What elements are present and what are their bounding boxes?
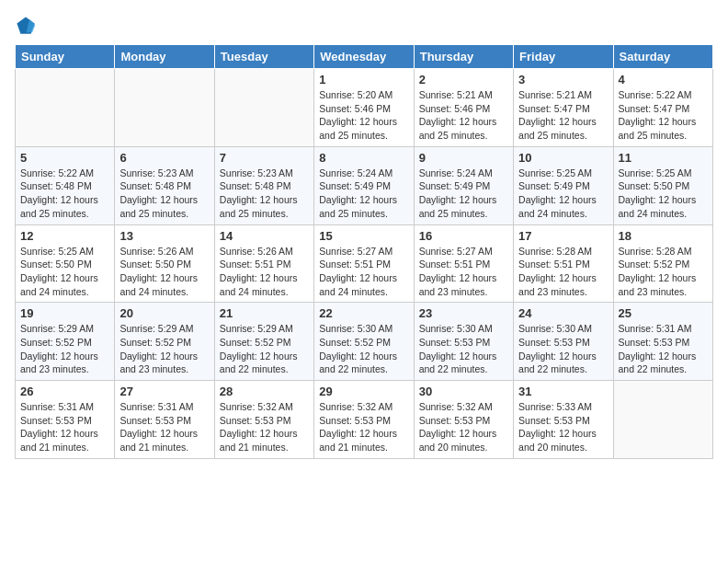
column-header-wednesday: Wednesday (314, 45, 414, 69)
calendar-cell: 17Sunrise: 5:28 AMSunset: 5:51 PMDayligh… (514, 224, 613, 303)
calendar-cell: 13Sunrise: 5:26 AMSunset: 5:50 PMDayligh… (115, 224, 214, 303)
calendar-cell: 23Sunrise: 5:30 AMSunset: 5:53 PMDayligh… (414, 303, 513, 381)
day-number: 24 (518, 306, 608, 320)
calendar-cell (16, 69, 115, 147)
day-info: Sunrise: 5:29 AMSunset: 5:52 PMDaylight:… (119, 322, 209, 376)
calendar-cell: 7Sunrise: 5:23 AMSunset: 5:48 PMDaylight… (214, 146, 313, 224)
calendar-cell: 3Sunrise: 5:21 AMSunset: 5:47 PMDaylight… (514, 69, 613, 147)
calendar-cell: 27Sunrise: 5:31 AMSunset: 5:53 PMDayligh… (115, 381, 214, 459)
day-info: Sunrise: 5:30 AMSunset: 5:53 PMDaylight:… (419, 322, 508, 376)
calendar-week-row: 19Sunrise: 5:29 AMSunset: 5:52 PMDayligh… (16, 303, 713, 381)
day-number: 7 (220, 151, 309, 165)
column-header-friday: Friday (514, 45, 613, 69)
calendar-cell: 14Sunrise: 5:26 AMSunset: 5:51 PMDayligh… (214, 224, 313, 303)
calendar-week-row: 1Sunrise: 5:20 AMSunset: 5:46 PMDaylight… (16, 69, 713, 147)
day-info: Sunrise: 5:23 AMSunset: 5:48 PMDaylight:… (119, 167, 209, 221)
day-number: 6 (119, 151, 209, 165)
day-number: 11 (619, 151, 708, 165)
calendar-cell: 31Sunrise: 5:33 AMSunset: 5:53 PMDayligh… (514, 381, 613, 459)
day-number: 22 (319, 306, 408, 320)
day-number: 3 (518, 73, 608, 86)
day-number: 4 (619, 73, 708, 86)
calendar-cell: 16Sunrise: 5:27 AMSunset: 5:51 PMDayligh… (414, 224, 513, 303)
calendar-cell: 5Sunrise: 5:22 AMSunset: 5:48 PMDaylight… (16, 146, 115, 224)
day-number: 1 (319, 73, 408, 86)
day-number: 9 (419, 151, 508, 165)
day-info: Sunrise: 5:33 AMSunset: 5:53 PMDaylight:… (518, 400, 608, 454)
calendar-cell: 2Sunrise: 5:21 AMSunset: 5:46 PMDaylight… (414, 69, 513, 147)
column-header-monday: Monday (115, 45, 214, 69)
calendar-cell: 8Sunrise: 5:24 AMSunset: 5:49 PMDaylight… (314, 146, 414, 224)
calendar-cell: 15Sunrise: 5:27 AMSunset: 5:51 PMDayligh… (314, 224, 414, 303)
calendar-cell: 24Sunrise: 5:30 AMSunset: 5:53 PMDayligh… (514, 303, 613, 381)
column-header-saturday: Saturday (613, 45, 712, 69)
day-info: Sunrise: 5:26 AMSunset: 5:50 PMDaylight:… (119, 245, 209, 299)
day-info: Sunrise: 5:24 AMSunset: 5:49 PMDaylight:… (419, 167, 508, 221)
calendar-week-row: 12Sunrise: 5:25 AMSunset: 5:50 PMDayligh… (16, 224, 713, 303)
day-info: Sunrise: 5:32 AMSunset: 5:53 PMDaylight:… (319, 400, 408, 454)
calendar-cell: 11Sunrise: 5:25 AMSunset: 5:50 PMDayligh… (613, 146, 712, 224)
calendar-cell: 6Sunrise: 5:23 AMSunset: 5:48 PMDaylight… (115, 146, 214, 224)
calendar-cell: 9Sunrise: 5:24 AMSunset: 5:49 PMDaylight… (414, 146, 513, 224)
calendar-cell: 1Sunrise: 5:20 AMSunset: 5:46 PMDaylight… (314, 69, 414, 147)
day-number: 17 (518, 229, 608, 243)
day-info: Sunrise: 5:24 AMSunset: 5:49 PMDaylight:… (319, 167, 408, 221)
calendar-cell: 18Sunrise: 5:28 AMSunset: 5:52 PMDayligh… (613, 224, 712, 303)
day-info: Sunrise: 5:26 AMSunset: 5:51 PMDaylight:… (220, 245, 309, 299)
column-header-sunday: Sunday (16, 45, 115, 69)
day-info: Sunrise: 5:29 AMSunset: 5:52 PMDaylight:… (220, 322, 309, 376)
day-number: 30 (419, 385, 508, 398)
calendar-cell (115, 69, 214, 147)
day-number: 20 (119, 306, 209, 320)
day-info: Sunrise: 5:22 AMSunset: 5:47 PMDaylight:… (619, 88, 708, 143)
day-number: 29 (319, 385, 408, 398)
calendar-cell: 19Sunrise: 5:29 AMSunset: 5:52 PMDayligh… (16, 303, 115, 381)
calendar-cell: 28Sunrise: 5:32 AMSunset: 5:53 PMDayligh… (214, 381, 313, 459)
calendar-week-row: 26Sunrise: 5:31 AMSunset: 5:53 PMDayligh… (16, 381, 713, 459)
day-number: 25 (619, 306, 708, 320)
day-number: 31 (518, 385, 608, 398)
calendar-cell: 29Sunrise: 5:32 AMSunset: 5:53 PMDayligh… (314, 381, 414, 459)
column-header-tuesday: Tuesday (214, 45, 313, 69)
day-number: 21 (220, 306, 309, 320)
day-info: Sunrise: 5:30 AMSunset: 5:53 PMDaylight:… (518, 322, 608, 376)
calendar-cell (214, 69, 313, 147)
day-number: 23 (419, 306, 508, 320)
day-info: Sunrise: 5:21 AMSunset: 5:47 PMDaylight:… (518, 88, 608, 143)
day-info: Sunrise: 5:25 AMSunset: 5:50 PMDaylight:… (20, 245, 109, 299)
page-header (15, 15, 713, 37)
day-info: Sunrise: 5:30 AMSunset: 5:52 PMDaylight:… (319, 322, 408, 376)
day-number: 15 (319, 229, 408, 243)
day-info: Sunrise: 5:32 AMSunset: 5:53 PMDaylight:… (419, 400, 508, 454)
day-info: Sunrise: 5:25 AMSunset: 5:49 PMDaylight:… (518, 167, 608, 221)
day-number: 27 (119, 385, 209, 398)
day-info: Sunrise: 5:20 AMSunset: 5:46 PMDaylight:… (319, 88, 408, 143)
day-number: 28 (220, 385, 309, 398)
day-info: Sunrise: 5:21 AMSunset: 5:46 PMDaylight:… (419, 88, 508, 143)
logo-icon (15, 15, 37, 37)
day-number: 14 (220, 229, 309, 243)
calendar-cell: 22Sunrise: 5:30 AMSunset: 5:52 PMDayligh… (314, 303, 414, 381)
day-info: Sunrise: 5:25 AMSunset: 5:50 PMDaylight:… (619, 167, 708, 221)
calendar-cell: 21Sunrise: 5:29 AMSunset: 5:52 PMDayligh… (214, 303, 313, 381)
calendar-cell: 12Sunrise: 5:25 AMSunset: 5:50 PMDayligh… (16, 224, 115, 303)
day-number: 18 (619, 229, 708, 243)
day-info: Sunrise: 5:27 AMSunset: 5:51 PMDaylight:… (319, 245, 408, 299)
day-number: 2 (419, 73, 508, 86)
calendar-header-row: SundayMondayTuesdayWednesdayThursdayFrid… (16, 45, 713, 69)
day-number: 5 (20, 151, 109, 165)
calendar-cell (613, 381, 712, 459)
calendar-cell: 30Sunrise: 5:32 AMSunset: 5:53 PMDayligh… (414, 381, 513, 459)
day-info: Sunrise: 5:28 AMSunset: 5:51 PMDaylight:… (518, 245, 608, 299)
day-info: Sunrise: 5:31 AMSunset: 5:53 PMDaylight:… (20, 400, 109, 454)
calendar-week-row: 5Sunrise: 5:22 AMSunset: 5:48 PMDaylight… (16, 146, 713, 224)
calendar-table: SundayMondayTuesdayWednesdayThursdayFrid… (15, 44, 713, 459)
day-info: Sunrise: 5:27 AMSunset: 5:51 PMDaylight:… (419, 245, 508, 299)
day-number: 8 (319, 151, 408, 165)
calendar-cell: 10Sunrise: 5:25 AMSunset: 5:49 PMDayligh… (514, 146, 613, 224)
calendar-cell: 4Sunrise: 5:22 AMSunset: 5:47 PMDaylight… (613, 69, 712, 147)
day-info: Sunrise: 5:32 AMSunset: 5:53 PMDaylight:… (220, 400, 309, 454)
day-number: 10 (518, 151, 608, 165)
calendar-cell: 26Sunrise: 5:31 AMSunset: 5:53 PMDayligh… (16, 381, 115, 459)
day-info: Sunrise: 5:31 AMSunset: 5:53 PMDaylight:… (119, 400, 209, 454)
